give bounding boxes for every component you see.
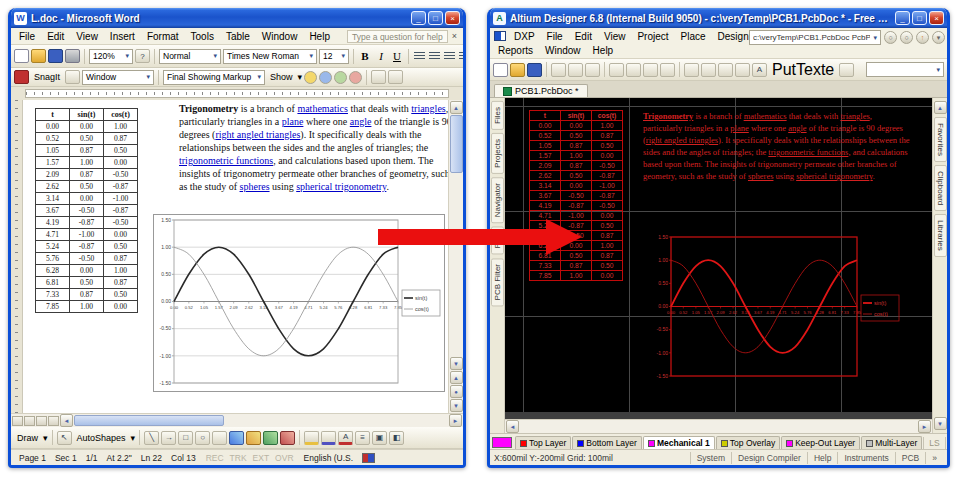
word-titlebar[interactable]: W L.doc - Microsoft Word _ □ × [11,8,463,28]
close-button[interactable]: × [445,11,460,25]
layer-tabs-item[interactable]: Top Layer [515,436,571,449]
altium-menus-row2-item[interactable]: Reports [492,44,539,57]
left-panel-tabs-item[interactable]: PCB Filter [491,258,504,306]
altium-menus-row1-item[interactable]: View [598,30,632,43]
horizontal-ruler[interactable] [11,87,463,100]
clip-art-icon[interactable] [263,431,278,445]
altium-titlebar[interactable]: A Altium Designer 6.8 (Internal Build 90… [490,8,947,28]
autoshapes-menu[interactable]: AutoShapes [74,433,129,443]
scroll-left-icon[interactable]: ◄ [60,414,73,427]
scroll-left-icon[interactable]: ◄ [506,420,519,433]
altium-menus-row1-item[interactable]: Place [675,30,712,43]
vertical-ruler[interactable] [11,100,23,413]
hyperlink[interactable]: trigonometric functions [768,147,848,157]
word-menus-item[interactable]: File [13,30,41,43]
print-icon[interactable] [65,49,80,63]
up-one-level-icon[interactable]: ↑ [916,31,929,44]
layer-tabs-item[interactable]: Top Overlay [716,436,780,449]
snagit-window-select[interactable]: Window▾ [82,70,154,85]
scroll-down-icon[interactable]: ▼ [450,357,463,370]
hyperlink[interactable]: right angled triangles [646,135,718,145]
left-panel-tabs-item[interactable]: Projects [491,133,504,174]
style-select[interactable]: Normal▾ [159,49,221,64]
word-menus-item[interactable]: View [70,30,104,43]
trig-table[interactable]: tsin(t)cos(t)0.000.001.000.520.500.871.0… [35,108,138,313]
layer-buttons-item[interactable]: Mask Level [945,437,947,449]
save-icon[interactable] [48,49,63,63]
font-select[interactable]: Times New Roman▾ [223,49,317,64]
line-style-icon[interactable]: ≡ [355,431,370,445]
workspace-icon[interactable]: ▾ [932,31,945,44]
altium-menus-row1-item[interactable]: File [541,30,569,43]
scroll-up-icon[interactable]: ▲ [450,101,463,114]
filter-icon[interactable] [585,63,600,77]
hyperlink[interactable]: mathematics [297,103,348,114]
hyperlink[interactable]: right angled triangles [215,129,300,140]
altium-menus-row1-item[interactable]: Edit [569,30,598,43]
hyperlink[interactable]: spheres [748,171,774,181]
place-line-icon[interactable] [684,63,699,77]
word-menus-item[interactable]: Tools [185,30,220,43]
italic-button[interactable]: I [374,50,388,62]
panel-buttons-item[interactable]: Design Compiler [731,452,807,464]
hyperlink[interactable]: spherical trigonometry [296,181,386,192]
altium-menus-row2-item[interactable]: Window [539,44,587,57]
left-panel-tabs-item[interactable]: Files [491,101,504,130]
3d-style-icon[interactable]: ◧ [389,431,404,445]
canvas-horizontal-scrollbar[interactable]: ◄ ► [505,419,932,433]
next-page-icon[interactable]: ▼ [450,399,463,412]
cut-icon[interactable] [609,63,624,77]
new-document-icon[interactable] [493,63,508,77]
altium-menus-row2-item[interactable]: Help [587,44,620,57]
markup-select[interactable]: Final Showing Markup▾ [163,70,265,85]
undo-icon[interactable] [660,63,675,77]
capture-window-icon[interactable] [65,70,80,84]
align-left-icon[interactable] [413,51,426,62]
word-menus-item[interactable]: Table [220,30,256,43]
panel-buttons-item[interactable]: System [690,452,731,464]
layer-tabs-item[interactable]: Mechanical 1 [643,436,715,449]
zoom-fit-icon[interactable] [551,63,566,77]
tab-pcb1-pcbdoc[interactable]: PCB1.PcbDoc * [494,84,588,97]
word-menus-item[interactable]: Format [141,30,185,43]
accept-change-icon[interactable] [334,71,347,84]
insert-picture-icon[interactable] [280,431,295,445]
highlight-tool-icon[interactable] [371,70,386,84]
insert-comment-icon[interactable] [304,71,317,84]
minimize-button[interactable]: _ [895,11,910,25]
select-browse-object-icon[interactable]: ● [450,385,463,398]
place-component-icon[interactable] [735,63,750,77]
zoom-area-icon[interactable] [568,63,583,77]
current-layer-swatch[interactable] [492,437,512,448]
word-menus-item[interactable]: Window [256,30,304,43]
history-dropdown-icon[interactable]: ○ [900,31,913,44]
arrow-icon[interactable]: → [161,431,176,445]
underline-button[interactable]: U [390,50,404,62]
print-layout-view-button[interactable] [36,416,47,426]
hyperlink[interactable]: triangles [411,103,445,114]
save-icon[interactable] [527,63,542,77]
right-panel-tabs-item[interactable]: Clipboard [934,165,947,211]
reviewing-pane-icon[interactable] [388,70,403,84]
draw-menu[interactable]: Draw [14,433,41,443]
diagram-icon[interactable] [246,431,261,445]
hyperlink[interactable]: plane [730,123,748,133]
oval-icon[interactable]: ○ [195,431,210,445]
close-button[interactable]: × [929,11,944,25]
pcb-trig-chart[interactable]: 1.501.000.500.00-0.50-1.00-1.500.000.521… [651,232,903,384]
show-menu[interactable]: Show [267,72,296,82]
right-panel-tabs-item[interactable]: Favorites [934,117,947,162]
panel-buttons-item[interactable]: PCB [895,452,925,464]
run-script-icon[interactable] [839,63,854,77]
panel-buttons-item[interactable]: Help [807,452,837,464]
left-panel-tabs-item[interactable]: Navigator [491,177,504,223]
puttexte-button[interactable]: PutTexte [769,61,837,79]
altium-menus-row1-item[interactable]: Project [631,30,674,43]
hyperlink[interactable]: angle [350,116,372,127]
close-document-icon[interactable]: × [448,31,461,41]
line-color-icon[interactable] [321,431,336,445]
altium-toolbar-combo[interactable]: ▾ [866,62,944,77]
track-changes-icon[interactable] [319,71,332,84]
hyperlink[interactable]: spherical trigonometry [796,171,873,181]
snagit-icon[interactable] [14,70,29,84]
